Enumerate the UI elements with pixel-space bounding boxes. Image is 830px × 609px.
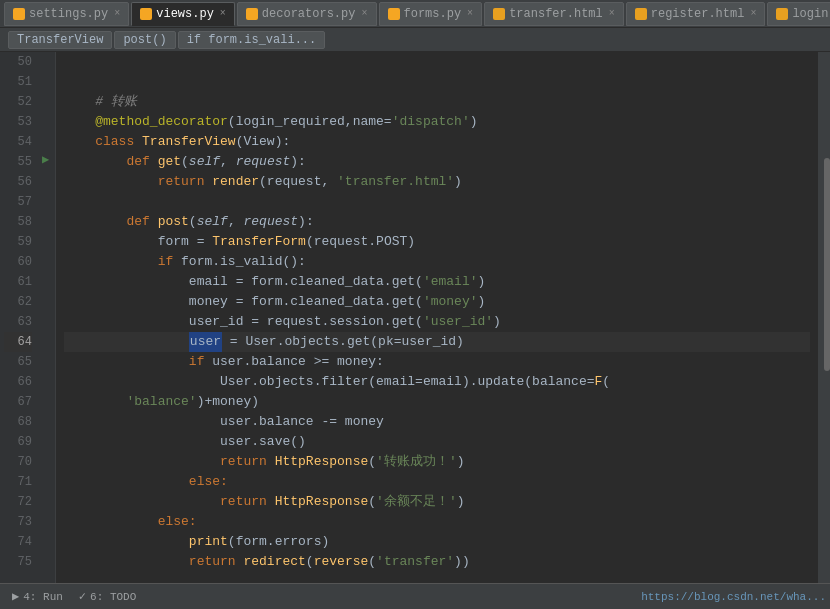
code-self: self — [189, 152, 220, 172]
html-icon — [493, 8, 505, 20]
code-funcname: get — [158, 152, 181, 172]
code-line-51 — [64, 72, 810, 92]
code-line-58: def post(self, request): — [64, 212, 810, 232]
code-indent — [64, 92, 95, 112]
code-user-class: User — [245, 332, 276, 352]
tab-login[interactable]: login.html × — [767, 2, 830, 26]
close-icon[interactable]: × — [220, 8, 226, 19]
code-indent — [64, 212, 126, 232]
line-num-66: 66 — [4, 372, 32, 392]
code-comma: , — [228, 212, 244, 232]
code-kw-return4: return — [189, 552, 244, 572]
breadcrumb-transferview[interactable]: TransferView — [8, 31, 112, 49]
code-filter: .objects.filter(email=email).update(bala… — [251, 372, 594, 392]
code-line-64: user = User.objects.get(pk=user_id) — [64, 332, 810, 352]
py-icon — [140, 8, 152, 20]
code-objects: .objects.get(pk=user_id) — [277, 332, 464, 352]
code-string-money: 'money' — [423, 292, 478, 312]
close-icon[interactable]: × — [467, 8, 473, 19]
tab-settings[interactable]: settings.py × — [4, 2, 129, 26]
code-balance-dec: .balance -= money — [251, 412, 384, 432]
code-indent — [64, 452, 220, 472]
code-equals: = request.session.get( — [243, 312, 422, 332]
todo-label: 6: TODO — [90, 591, 136, 603]
tab-bar: settings.py × views.py × decorators.py ×… — [0, 0, 830, 28]
code-line-57 — [64, 192, 810, 212]
code-string-transfer2: 'transfer' — [376, 552, 454, 572]
code-content[interactable]: # 转账 @method_decorator(login_required,na… — [56, 52, 818, 583]
code-equals: = — [222, 332, 245, 352]
line-num-70: 70 — [4, 452, 32, 472]
run-panel-button[interactable]: ▶ 4: Run — [4, 587, 71, 606]
tab-decorators[interactable]: decorators.py × — [237, 2, 377, 26]
run-label: 4: Run — [23, 591, 63, 603]
code-reverse: reverse — [314, 552, 369, 572]
code-var-form: form — [158, 232, 189, 252]
code-indent — [64, 112, 95, 132]
code-indent — [64, 152, 126, 172]
line-num-61: 61 — [4, 272, 32, 292]
line-num-68: 68 — [4, 412, 32, 432]
code-paren-close: ) — [457, 492, 465, 512]
code-paren-close: ) — [478, 272, 486, 292]
code-f-paren: ( — [602, 372, 610, 392]
code-success-msg: '转账成功！' — [376, 452, 457, 472]
line-num-71: 71 — [4, 472, 32, 492]
code-string-userid: 'user_id' — [423, 312, 493, 332]
tab-transfer[interactable]: transfer.html × — [484, 2, 624, 26]
code-kw-else2: else: — [158, 512, 197, 532]
close-icon[interactable]: × — [609, 8, 615, 19]
close-icon[interactable]: × — [361, 8, 367, 19]
line-num-65: 65 — [4, 352, 32, 372]
code-paren: ( — [368, 492, 376, 512]
breadcrumb-post[interactable]: post() — [114, 31, 175, 49]
code-self2: self — [197, 212, 228, 232]
tab-forms[interactable]: forms.py × — [379, 2, 483, 26]
breadcrumb-if[interactable]: if form.is_vali... — [178, 31, 326, 49]
code-line-63: user_id = request.session.get('user_id') — [64, 312, 810, 332]
code-paren-close: ) — [454, 172, 462, 192]
code-indent — [64, 492, 220, 512]
code-save: .save() — [251, 432, 306, 452]
code-kw-if2: if — [189, 352, 212, 372]
line-num-55: 55 — [4, 152, 32, 172]
code-kw-def: def — [126, 152, 157, 172]
scroll-thumb[interactable] — [824, 158, 830, 370]
code-indent — [64, 432, 220, 452]
code-string: 'dispatch' — [392, 112, 470, 132]
line-num-51: 51 — [4, 72, 32, 92]
tab-views[interactable]: views.py × — [131, 2, 235, 26]
line-numbers: 50 51 52 53 54 55 56 57 58 59 60 61 62 6… — [0, 52, 40, 583]
code-indent — [64, 332, 189, 352]
code-string-transfer: 'transfer.html' — [337, 172, 454, 192]
code-kw-def: def — [126, 212, 157, 232]
close-icon[interactable]: × — [114, 8, 120, 19]
code-equals: = form.cleaned_data.get( — [228, 292, 423, 312]
code-request2: request — [244, 212, 299, 232]
code-line-68: user.balance -= money — [64, 412, 810, 432]
code-line-74: print(form.errors) — [64, 532, 810, 552]
code-view: View — [243, 132, 274, 152]
watermark: https://blog.csdn.net/wha... — [641, 591, 826, 603]
line-num-52: 52 — [4, 92, 32, 112]
tab-register[interactable]: register.html × — [626, 2, 766, 26]
todo-panel-button[interactable]: ✓ 6: TODO — [71, 587, 144, 606]
code-paren: (request, — [259, 172, 337, 192]
line-num-62: 62 — [4, 292, 32, 312]
close-icon[interactable]: × — [750, 8, 756, 19]
code-render: render — [212, 172, 259, 192]
tab-label: register.html — [651, 7, 745, 21]
line-num-58: 58 — [4, 212, 32, 232]
line-num-56: 56 — [4, 172, 32, 192]
html-icon — [776, 8, 788, 20]
code-transferform: TransferForm — [212, 232, 306, 252]
code-comment: # 转账 — [95, 92, 137, 112]
run-marker: ▶ — [42, 152, 49, 167]
code-line-71: else: — [64, 472, 810, 492]
code-paren-close: )) — [454, 552, 470, 572]
line-num-74: 74 — [4, 532, 32, 552]
code-indent — [64, 232, 158, 252]
code-kw-if: if — [158, 252, 181, 272]
code-decorator: @method_decorator — [95, 112, 228, 132]
scrollbar[interactable] — [818, 52, 830, 583]
